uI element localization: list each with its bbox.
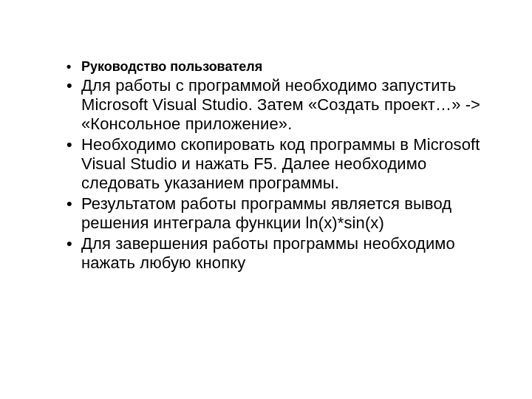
list-item: Для работы с программой необходимо запус… [66,76,502,134]
title-list: Руководство пользователя [30,59,502,75]
bullet-list: Для работы с программой необходимо запус… [30,76,502,273]
list-item: Необходимо скопировать код программы в M… [66,135,502,193]
list-item: Результатом работы программы является вы… [66,194,502,233]
slide-title: Руководство пользователя [66,59,502,75]
slide: Руководство пользователя Для работы с пр… [0,0,532,399]
list-item: Для завершения работы программы необходи… [66,234,502,273]
